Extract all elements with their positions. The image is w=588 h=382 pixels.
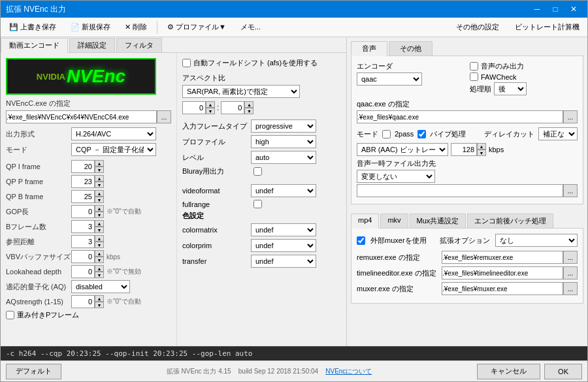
gop-up-button[interactable]: ▲: [95, 205, 104, 212]
bframes-input[interactable]: [71, 220, 95, 233]
pipe-label: パイプ処理: [430, 129, 466, 139]
lookahead-down-button[interactable]: ▼: [95, 272, 104, 278]
output-format-select[interactable]: H.264/AVC: [71, 127, 156, 140]
aq-select[interactable]: disabled: [71, 280, 130, 293]
temp-file-browse-button[interactable]: ...: [563, 184, 578, 197]
abr-select[interactable]: ABR (AAC) ビットレート指定: [357, 143, 448, 156]
tab-detail-settings[interactable]: 詳細設定: [69, 38, 115, 52]
profile-button[interactable]: ⚙ プロファイル▼: [161, 20, 232, 35]
remuxer-input[interactable]: [442, 251, 563, 264]
tab-mp4[interactable]: mp4: [351, 214, 379, 229]
external-muxer-checkbox[interactable]: [357, 236, 365, 245]
tab-audio[interactable]: 音声: [351, 41, 387, 56]
aq-strength-input[interactable]: [71, 295, 95, 308]
nvenc-browse-button[interactable]: ...: [157, 110, 171, 123]
close-button[interactable]: ✕: [565, 1, 582, 18]
twopass-checkbox[interactable]: [382, 130, 391, 138]
bframes-up-button[interactable]: ▲: [95, 220, 104, 227]
bitrate-up[interactable]: ▲: [477, 143, 486, 150]
videoformat-select[interactable]: undef: [251, 184, 316, 197]
tab-other[interactable]: その他: [389, 41, 433, 56]
colorprim-select[interactable]: undef: [251, 239, 316, 252]
encoder-select[interactable]: qaac: [357, 72, 422, 86]
muxer-browse-button[interactable]: ...: [563, 282, 578, 295]
audio-only-checkbox[interactable]: [470, 62, 478, 71]
timeline-browse-button[interactable]: ...: [563, 266, 578, 279]
input-frame-type-select[interactable]: progressive: [251, 119, 316, 133]
lookahead-up-button[interactable]: ▲: [95, 265, 104, 272]
tab-video-encode[interactable]: 動画エンコード: [1, 38, 68, 53]
sar-h-up[interactable]: ▲: [244, 101, 253, 108]
faw-check-checkbox[interactable]: [470, 72, 478, 81]
qp-p-input[interactable]: [71, 175, 95, 188]
overwrite-save-button[interactable]: 💾 上書き保存: [3, 20, 62, 35]
maximize-button[interactable]: □: [547, 1, 564, 18]
bframes-down-button[interactable]: ▼: [95, 227, 104, 233]
aq-strength-down-button[interactable]: ▼: [95, 302, 104, 308]
vbv-up-button[interactable]: ▲: [95, 250, 104, 257]
tab-pre-post[interactable]: エンコ前後バッチ処理: [467, 214, 553, 228]
ref-input[interactable]: [71, 235, 95, 248]
nvenc-path-input[interactable]: [6, 110, 157, 123]
window-controls: ─ □ ✕: [529, 1, 582, 18]
delete-button[interactable]: ✕ 削除: [119, 20, 153, 35]
qaac-browse-button[interactable]: ...: [563, 110, 578, 123]
delay-select[interactable]: 補正なし: [538, 127, 578, 140]
other-settings-button[interactable]: その他の設定: [451, 21, 504, 33]
ref-up-button[interactable]: ▲: [95, 235, 104, 242]
default-button[interactable]: デフォルト: [6, 364, 61, 379]
vbv-input[interactable]: [71, 250, 95, 263]
colormatrix-select[interactable]: undef: [251, 223, 316, 236]
aq-strength-up-button[interactable]: ▲: [95, 295, 104, 302]
gop-down-button[interactable]: ▼: [95, 212, 104, 218]
sar-h-input[interactable]: [221, 101, 244, 114]
qp-i-up-button[interactable]: ▲: [95, 160, 104, 167]
muxer-input[interactable]: [442, 282, 563, 295]
minimize-button[interactable]: ─: [529, 1, 546, 18]
temp-file-select[interactable]: 変更しない: [357, 170, 435, 183]
afs-checkbox[interactable]: [182, 59, 191, 67]
tab-mkv[interactable]: mkv: [380, 214, 408, 228]
cancel-button[interactable]: キャンセル: [477, 364, 540, 379]
qaac-path-input[interactable]: [357, 110, 563, 123]
tab-mux-common[interactable]: Mux共通設定: [410, 214, 466, 228]
sar-w-input[interactable]: [182, 101, 206, 114]
new-save-button[interactable]: 📄 新規保存: [65, 20, 116, 35]
qp-i-input[interactable]: [71, 160, 95, 173]
sar-w-down[interactable]: ▼: [206, 108, 215, 114]
weighted-p-checkbox[interactable]: [6, 311, 14, 319]
tab-filter[interactable]: フィルタ: [116, 38, 162, 52]
mode-select[interactable]: CQP － 固定量子化値: [71, 143, 156, 156]
qp-p-down-button[interactable]: ▼: [95, 182, 104, 188]
remuxer-browse-button[interactable]: ...: [563, 251, 578, 264]
timeline-input[interactable]: [442, 266, 563, 279]
pipe-checkbox[interactable]: [417, 130, 426, 138]
qp-b-down-button[interactable]: ▼: [95, 197, 104, 203]
level-select[interactable]: auto: [251, 151, 316, 164]
gop-input[interactable]: [71, 205, 95, 218]
about-link[interactable]: NVEncについて: [325, 368, 372, 375]
qp-p-up-button[interactable]: ▲: [95, 175, 104, 182]
ok-button[interactable]: OK: [544, 364, 582, 379]
transfer-select[interactable]: undef: [251, 255, 316, 268]
qp-i-down-button[interactable]: ▼: [95, 167, 104, 173]
qp-b-up-button[interactable]: ▲: [95, 190, 104, 197]
qp-b-input[interactable]: [71, 190, 95, 203]
sar-w-up[interactable]: ▲: [206, 101, 215, 108]
profile-select[interactable]: high: [251, 135, 316, 148]
bitrate-input[interactable]: [451, 143, 477, 156]
ref-down-button[interactable]: ▼: [95, 242, 104, 248]
processing-order-select[interactable]: 後: [494, 82, 527, 95]
memo-button[interactable]: メモ...: [235, 20, 267, 35]
temp-file-path-input[interactable]: [357, 184, 563, 197]
bitrate-down[interactable]: ▼: [477, 150, 486, 156]
fullrange-checkbox[interactable]: [253, 200, 262, 208]
vbv-spin-buttons: ▲ ▼: [95, 250, 104, 263]
bluray-checkbox[interactable]: [253, 167, 262, 176]
sar-select[interactable]: SAR(PAR, 画素比)で指定: [182, 85, 300, 98]
bitrate-calc-button[interactable]: ビットレート計算機: [510, 21, 585, 33]
vbv-down-button[interactable]: ▼: [95, 257, 104, 263]
extend-option-select[interactable]: なし: [495, 234, 578, 247]
lookahead-input[interactable]: [71, 265, 95, 278]
sar-h-down[interactable]: ▼: [244, 108, 253, 114]
